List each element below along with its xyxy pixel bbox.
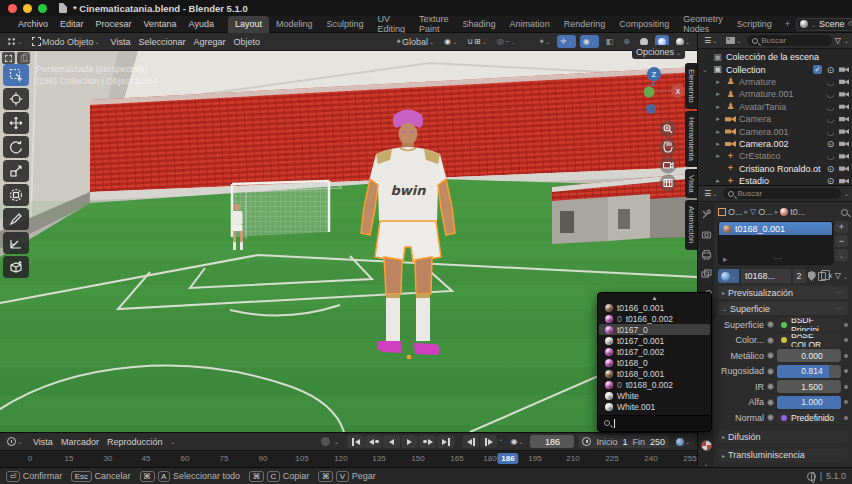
render-visibility-icon[interactable] (839, 140, 849, 147)
socket-icon[interactable] (767, 414, 774, 421)
transform-orientation-dropdown[interactable]: ⌖Global⌄ (394, 35, 438, 48)
render-tab-icon[interactable] (701, 229, 712, 240)
material-list-item[interactable]: t0167_0.002 (599, 346, 710, 357)
select-extend-icon[interactable] (17, 52, 30, 64)
display-mode-dropdown[interactable]: ⌄ (723, 34, 744, 47)
render-visibility-icon[interactable] (839, 116, 849, 123)
properties-search-input[interactable]: Buscar (723, 188, 841, 199)
workspace-tab[interactable]: Texture Paint (412, 16, 456, 33)
material-list-item[interactable]: 0 t0168_0.002 (599, 379, 710, 390)
users-count-button[interactable]: 2 (793, 269, 806, 283)
properties-editor-type-button[interactable]: ☰⌄ (701, 187, 720, 200)
material-breadcrumb-icon[interactable] (780, 208, 788, 216)
workspace-tab[interactable]: Geometry Nodes (676, 16, 730, 33)
workspace-tab[interactable]: Rendering (557, 16, 613, 33)
material-list-item[interactable]: White.001 (599, 401, 710, 412)
pivot-point-dropdown[interactable]: ◉⌄ (441, 35, 460, 48)
scale-tool[interactable] (3, 160, 29, 182)
decorator-icon[interactable] (844, 354, 848, 358)
breadcrumb-material[interactable]: t0... (790, 207, 805, 217)
expander-icon[interactable]: ▸ (714, 152, 722, 160)
step-back-button[interactable] (462, 435, 479, 448)
property-widget[interactable]: 1.000 (777, 396, 841, 409)
slot-specials-button[interactable]: ⌄ (835, 249, 848, 261)
menu-item[interactable]: Editar (54, 19, 90, 29)
xray-toggle[interactable]: ◧ (603, 35, 617, 48)
expander-icon[interactable]: ⌄ (701, 66, 709, 74)
outliner-object-row[interactable]: ▸ Camera.001 (698, 125, 852, 137)
modifier-breadcrumb-icon[interactable]: ▽ (750, 208, 756, 216)
eye-icon[interactable] (825, 77, 836, 87)
shading-wireframe-button[interactable]: ⊕ (620, 35, 633, 48)
tabs-scroll-chevron[interactable]: ⌄ (703, 460, 708, 467)
annotate-tool[interactable] (3, 208, 29, 230)
decorator-icon[interactable] (844, 369, 848, 373)
add-cube-tool[interactable] (3, 256, 29, 278)
timeline-menu-item[interactable]: Marcador (57, 437, 103, 447)
jump-to-start-button[interactable] (347, 435, 364, 448)
play-button[interactable] (401, 435, 418, 448)
material-slot-list[interactable]: t0168_0.001 ▸ ⋯ (718, 221, 833, 265)
cursor-tool[interactable] (3, 88, 29, 110)
material-list-item[interactable]: t0167_0.001 (599, 335, 710, 346)
move-tool[interactable] (3, 112, 29, 134)
jump-to-end-button[interactable] (437, 435, 454, 448)
expander-icon[interactable]: ▸ (714, 90, 722, 98)
material-list-item[interactable]: White (599, 390, 710, 401)
eye-icon[interactable] (825, 127, 836, 137)
surface-panel-header[interactable]: ⌄Superficie⋯ (718, 302, 848, 315)
expander-icon[interactable]: ▸ (714, 177, 722, 185)
collection-checkbox[interactable]: ✓ (813, 65, 822, 74)
eye-icon[interactable] (825, 89, 836, 99)
expander-icon[interactable]: ▸ (714, 128, 722, 136)
expander-icon[interactable]: ▸ (714, 115, 722, 123)
viewport-canvas[interactable]: bwin Z (0, 51, 697, 432)
options-button[interactable]: Opciones⌄ (632, 45, 685, 59)
timeline-menu-item[interactable]: Vista (29, 437, 57, 447)
close-window-button[interactable] (8, 4, 17, 13)
workspace-tab[interactable]: Modeling (269, 16, 320, 33)
material-list-item[interactable]: t0166_0.001 (599, 302, 710, 313)
show-gizmo-dropdown[interactable]: ⌖⌄ (536, 35, 553, 48)
outliner-editor-type-button[interactable]: ☰⌄ (701, 34, 720, 47)
end-value[interactable]: 250 (650, 437, 665, 447)
render-visibility-icon[interactable] (839, 178, 849, 185)
resize-grip-icon[interactable]: ⋯ (773, 254, 782, 263)
tool-tab-icon[interactable] (701, 209, 712, 220)
viewlayer-tab-icon[interactable] (701, 269, 712, 280)
transform-tool[interactable] (3, 184, 29, 206)
sidebar-tab[interactable]: Elemento (685, 63, 697, 109)
decorator-icon[interactable] (844, 416, 848, 420)
material-slot-selected[interactable]: t0168_0.001 (719, 222, 832, 235)
timeline-world-button[interactable]: ⌄ (673, 435, 693, 448)
select-mode-icon[interactable] (2, 52, 15, 64)
goal[interactable] (232, 181, 342, 239)
overlays-toggle[interactable]: ◉⌄ (580, 35, 599, 48)
eye-icon[interactable] (825, 114, 836, 124)
socket-icon[interactable] (767, 383, 774, 390)
outliner-object-row[interactable]: ▸ Camera.002 (698, 138, 852, 150)
object-breadcrumb-icon[interactable] (718, 208, 726, 216)
decorator-icon[interactable] (844, 400, 848, 404)
menu-item[interactable]: Procesar (90, 19, 138, 29)
decorator-icon[interactable] (844, 338, 848, 342)
workspace-tab[interactable]: Sculpting (320, 16, 371, 33)
scene-selector[interactable]: ⌄ Scene ⟐ × (796, 18, 852, 31)
breadcrumb-object[interactable]: O... (728, 207, 743, 217)
property-widget[interactable]: 0.814 (777, 365, 841, 378)
decorator-icon[interactable] (844, 385, 848, 389)
collapsed-panel-header[interactable]: ▸Difusión (718, 430, 848, 443)
material-list-item[interactable]: t0168_0.001 (599, 368, 710, 379)
menu-item[interactable]: Ayuda (183, 19, 220, 29)
property-widget[interactable]: BSDF Principi... (777, 318, 841, 331)
property-widget[interactable]: Predefinido (777, 411, 841, 424)
pin-icon[interactable]: ⟐ (848, 20, 852, 28)
property-widget[interactable]: BASE COLOR (777, 334, 841, 347)
browse-material-button[interactable]: ⌄ (718, 269, 739, 283)
viewport-menu-item[interactable]: Objeto (230, 37, 265, 47)
menu-item[interactable]: Ventana (138, 19, 183, 29)
render-visibility-icon[interactable] (839, 91, 849, 98)
sidebar-tab[interactable]: Herramienta (685, 111, 697, 167)
render-visibility-icon[interactable] (839, 165, 849, 172)
play-reverse-button[interactable] (383, 435, 400, 448)
